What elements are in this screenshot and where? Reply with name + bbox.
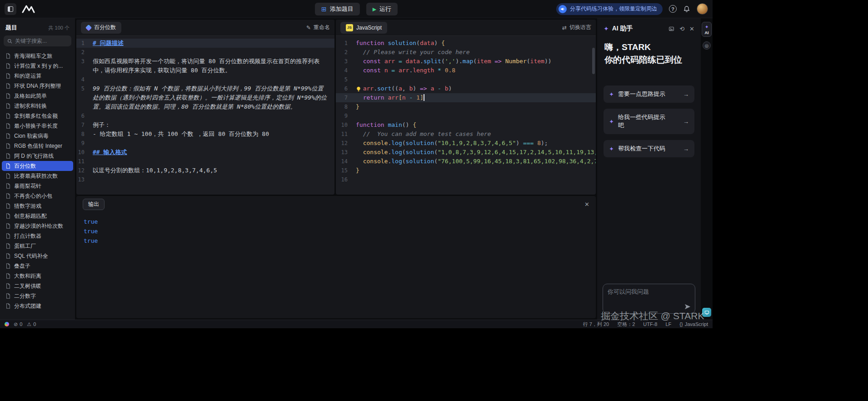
ai-input-box[interactable] [603, 284, 695, 314]
sidebar-item[interactable]: 和的逆运算 [2, 71, 73, 81]
run-button[interactable]: ▶ 运行 [366, 3, 398, 15]
code-line[interactable]: 14 console.log(solution("76,100,5,99,16,… [336, 157, 596, 166]
code-line[interactable]: 8} [336, 102, 596, 111]
ai-suggestion-card[interactable]: ✦给我一些代码提示吧→ [604, 109, 694, 134]
code-line[interactable]: 11 // You can add more test cases here [336, 130, 596, 139]
ai-suggestion-card[interactable]: ✦帮我检查一下代码→ [604, 140, 694, 157]
markdown-line[interactable]: 7例子： [76, 120, 334, 130]
screenshot-feedback-icon[interactable] [702, 308, 711, 317]
code-line[interactable]: 13 console.log(solution("1,0,8,7,3,9,12,… [336, 148, 596, 157]
sidebar-item[interactable]: 大数和距离 [2, 271, 73, 281]
sidebar-item[interactable]: 二分数字 [2, 291, 73, 301]
markdown-line[interactable]: 1# 问题描述 [76, 39, 334, 48]
rename-button[interactable]: ✎ 重命名 [306, 24, 330, 31]
sidebar-item[interactable]: RGB 色值转 Integer [2, 141, 73, 151]
markdown-line[interactable]: 3假如西瓜视频即将开发一个功能，将访问量 80 百分位数的视频显示在首页的推荐列… [76, 57, 334, 75]
sidebar-item[interactable]: 不再贪心的小包 [2, 191, 73, 201]
code-line[interactable]: 15} [336, 166, 596, 175]
code-line[interactable]: 3 const arr = data.split(',').map(item =… [336, 57, 596, 66]
markdown-line[interactable]: 599 百分位数：假如有 N 个数据，将数据从小到大排列，99 百分位数是第 N… [76, 84, 334, 111]
send-icon[interactable] [684, 303, 691, 310]
sidebar-item[interactable]: 二叉树供暖 [2, 281, 73, 291]
user-avatar[interactable] [697, 3, 708, 15]
sidebar-item[interactable]: 及格如此简单 [2, 91, 73, 101]
token: "76,100,5,99,16,45,18,3,81,65,102,98,36,… [438, 158, 596, 165]
tab-problem[interactable]: 百分位数 [81, 22, 121, 34]
token: ); [541, 140, 548, 146]
sidebar-item[interactable]: 分布式团建 [2, 301, 73, 311]
markdown-line[interactable]: 2 [76, 48, 334, 57]
code-line[interactable]: 12 console.log(solution("10,1,9,2,8,3,7,… [336, 139, 596, 148]
markdown-line[interactable]: 6 [76, 111, 334, 120]
code-line[interactable]: 10function main() { [336, 120, 596, 130]
sidebar-item[interactable]: 百分位数 [2, 161, 73, 171]
notifications-icon[interactable] [683, 5, 690, 13]
sidebar-item[interactable]: SQL 代码补全 [2, 251, 73, 261]
search-box[interactable] [4, 35, 71, 46]
close-output-icon[interactable]: ✕ [584, 201, 589, 208]
sidebar-item[interactable]: 最小替换子串长度 [2, 121, 73, 131]
ai-question-input[interactable] [608, 288, 690, 306]
errors-indicator[interactable]: ⊘ 0 [14, 321, 22, 327]
markdown-line[interactable]: 9 [76, 139, 334, 148]
close-ai-icon[interactable]: ✕ [689, 25, 694, 32]
sidebar-item[interactable]: 创意标题匹配 [2, 211, 73, 221]
markdown-line[interactable]: 12以逗号分割的数组：10,1,9,2,8,3,7,4,6,5 [76, 166, 334, 175]
sidebar-item-label: 暴雨梨花针 [14, 182, 41, 190]
lightbulb-icon[interactable] [356, 85, 361, 93]
cursor-position[interactable]: 行 7，列 20 [583, 321, 609, 328]
language-mode[interactable]: {} JavaScript [679, 321, 708, 327]
markdown-line[interactable]: 8- 给定数组 1 ~ 100，共 100 个数 ，返回 80 百分位数为 80 [76, 130, 334, 139]
sidebar-item[interactable]: 猜数字游戏 [2, 201, 73, 211]
code-line[interactable]: 2 // Please write your code here [336, 48, 596, 57]
sidebar-item[interactable]: Cion 勒索病毒 [2, 131, 73, 141]
tab-javascript[interactable]: JS JavaScript [340, 22, 387, 34]
encoding[interactable]: UTF-8 [643, 321, 657, 327]
code-line[interactable]: 16 [336, 175, 596, 184]
sidebar-item[interactable]: 环状 DNA 序列整理 [2, 81, 73, 91]
indentation[interactable]: 空格：2 [617, 321, 635, 328]
sidebar-item[interactable]: 进制求和转换 [2, 101, 73, 111]
markdown-line[interactable]: 13 [76, 175, 334, 184]
sidebar-item[interactable]: 叠盘子 [2, 261, 73, 271]
markdown-line[interactable]: 11 [76, 157, 334, 166]
code-line[interactable]: 5 [336, 75, 596, 84]
code-editor-body[interactable]: 1function solution(data) {2 // Please wr… [336, 36, 596, 195]
sidebar-item[interactable]: 蛋糕工厂 [2, 241, 73, 251]
warnings-indicator[interactable]: ⚠ 0 [27, 321, 36, 327]
ai-suggestion-card[interactable]: ✦需要一点思路提示→ [604, 85, 694, 103]
code-line[interactable]: 1function solution(data) { [336, 39, 596, 48]
vertical-scrollbar[interactable] [592, 48, 595, 74]
add-problem-button[interactable]: ⊞ 添加题目 [315, 3, 360, 15]
token: solution [388, 40, 416, 46]
problem-editor[interactable]: 1# 问题描述23假如西瓜视频即将开发一个功能，将访问量 80 百分位数的视频显… [76, 36, 334, 195]
target-icon[interactable]: ◎ [703, 41, 711, 50]
sidebar-item[interactable]: 穿越沙漠的补给次数 [2, 221, 73, 231]
ai-toggle-button[interactable]: ✦ AI [702, 22, 712, 37]
output-tab[interactable]: 输出 [83, 199, 105, 210]
status-logo-icon[interactable] [5, 322, 9, 326]
eol-type[interactable]: LF [665, 321, 671, 327]
code-line[interactable]: 9 [336, 111, 596, 120]
code-line[interactable]: 4 const n = arr.length * 0.8 [336, 66, 596, 75]
sidebar-item[interactable]: 计算位置 x 到 y 的... [2, 61, 73, 71]
sidebar-toggle-icon[interactable] [5, 3, 16, 15]
markdown-line[interactable]: 10## 输入格式 [76, 148, 334, 157]
sidebar-item[interactable]: 拿到最多红包金额 [2, 111, 73, 121]
line-number: 12 [336, 139, 356, 148]
search-input[interactable] [15, 38, 68, 44]
sidebar-item[interactable]: 青海湖租车之旅 [2, 51, 73, 61]
sidebar-item[interactable]: 打点计数器 [2, 231, 73, 241]
sidebar-item[interactable]: 暴雨梨花针 [2, 181, 73, 191]
code-line[interactable]: 7 return arr[n - 1] [336, 93, 596, 102]
help-icon[interactable]: ? [669, 5, 677, 13]
share-chat-icon[interactable] [668, 25, 674, 32]
sidebar-item[interactable]: 阿 D 的飞行路线 [2, 151, 73, 161]
markdown-line[interactable]: 4 [76, 75, 334, 84]
promo-banner[interactable]: 分享代码练习体验，领限量定制周边 [556, 3, 663, 15]
app-logo-icon[interactable] [22, 5, 37, 14]
sidebar-item[interactable]: 比赛最高获胜次数 [2, 171, 73, 181]
code-line[interactable]: 6 arr.sort((a, b) => a - b) [336, 84, 596, 93]
switch-language-button[interactable]: ⇄ 切换语言 [562, 24, 591, 31]
history-icon[interactable]: ⟲ [679, 25, 684, 32]
